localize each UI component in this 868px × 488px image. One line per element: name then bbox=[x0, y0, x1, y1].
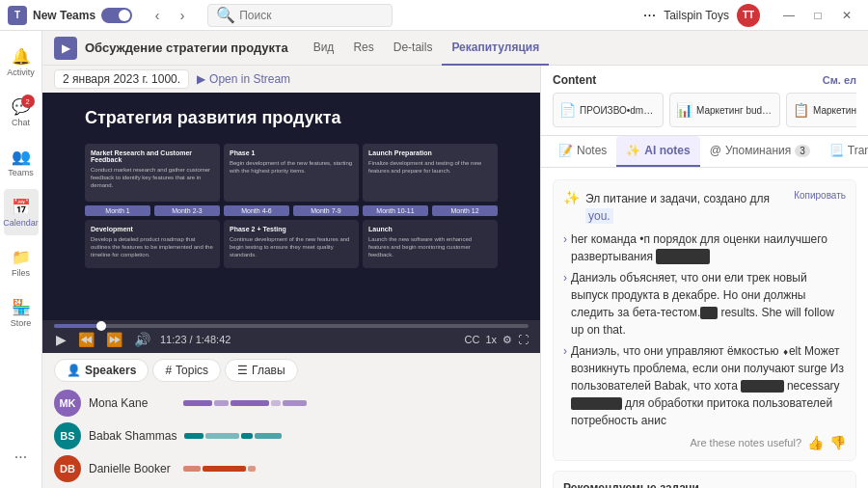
app-name: New Teams bbox=[33, 9, 95, 22]
speaker-bars-babak bbox=[184, 426, 529, 446]
notes-icon: 📝 bbox=[558, 144, 573, 157]
transcript-icon: 📃 bbox=[829, 144, 844, 157]
summary-item-3: › Даниэль, что они управляют ёмкостью ⬧e… bbox=[563, 342, 846, 429]
more-icon: ··· bbox=[14, 448, 27, 466]
sidebar-item-chat[interactable]: 💬 Chat 2 bbox=[4, 89, 39, 135]
speaker-bars-mona bbox=[183, 393, 529, 413]
speed-button[interactable]: 1x bbox=[485, 334, 497, 345]
stream-icon: ▶ bbox=[197, 72, 205, 86]
cc-button[interactable]: CC bbox=[464, 334, 479, 345]
speaker-bars-danielle bbox=[183, 459, 529, 478]
content-card-budget[interactable]: 📊 Маркетинг budget... bbox=[669, 93, 780, 127]
timeline-months: Month 1 Month 2-3 Month 4-6 Month 7-9 Mo… bbox=[85, 205, 498, 216]
fullscreen-button[interactable]: ⛶ bbox=[518, 334, 529, 345]
theme-toggle[interactable] bbox=[101, 8, 132, 23]
budget-icon: 📊 bbox=[676, 102, 692, 118]
controls-row: ▶ ⏪ ⏩ 🔊 11:23 / 1:48:42 CC 1x ⚙ ⛶ bbox=[54, 330, 529, 349]
tab-recap[interactable]: Рекапитуляция bbox=[442, 31, 549, 66]
sidebar-item-teams[interactable]: 👥 Teams bbox=[4, 139, 39, 185]
chapters-icon: ☰ bbox=[237, 364, 248, 377]
content-cards: 📄 ПРОИЗВО•dmap... 📊 Маркетинг budget... … bbox=[553, 93, 856, 127]
maximize-button[interactable]: □ bbox=[804, 4, 831, 27]
meeting-header: ▶ Обсуждение стратегии продукта Вид Res … bbox=[42, 31, 868, 66]
tab-details[interactable]: De-tails bbox=[384, 31, 443, 66]
prod-icon: 📄 bbox=[559, 102, 576, 118]
tab-mentions[interactable]: @ Упоминания 3 bbox=[700, 136, 820, 167]
meeting-tabs: Вид Res De-tails Рекапитуляция bbox=[304, 31, 550, 66]
calendar-icon: 📅 bbox=[12, 198, 31, 216]
stream-link[interactable]: ▶ Open in Stream bbox=[197, 72, 290, 86]
minimize-button[interactable]: — bbox=[775, 4, 802, 27]
top-bar: T New Teams ‹ › 🔍 ··· Tailspin Toys TT —… bbox=[0, 0, 868, 31]
store-icon: 🏪 bbox=[12, 298, 31, 316]
sidebar: 🔔 Activity 💬 Chat 2 👥 Teams 📅 Calendar 📁… bbox=[0, 31, 42, 488]
meeting-title: Обсуждение стратегии продукта bbox=[85, 41, 288, 55]
volume-button[interactable]: 🔊 bbox=[132, 330, 152, 349]
right-panel: Content См. ел 📄 ПРОИЗВО•dmap... 📊 Марке… bbox=[540, 66, 868, 488]
tab-notes[interactable]: 📝 Notes bbox=[549, 136, 616, 167]
content-label: Content См. ел bbox=[553, 73, 856, 87]
search-bar[interactable]: 🔍 bbox=[207, 4, 393, 27]
time-display: 11:23 / 1:48:42 bbox=[160, 334, 231, 345]
tab-chapters[interactable]: ☰ Главы bbox=[225, 359, 298, 382]
mentions-icon: @ bbox=[710, 144, 721, 157]
budget-label: Маркетинг budget... bbox=[696, 105, 773, 116]
close-button[interactable]: ✕ bbox=[833, 4, 860, 27]
sidebar-item-files[interactable]: 📁 Files bbox=[4, 239, 39, 285]
tab-topics[interactable]: # Topics bbox=[152, 359, 221, 382]
content-card-demo[interactable]: 📋 Маркетинг demo... bbox=[786, 93, 856, 127]
back-arrow[interactable]: ‹ bbox=[146, 4, 169, 27]
timeline-card-2: Phase 1 Begin development of the new fea… bbox=[224, 144, 359, 202]
speaker-name-mona: Mona Kane bbox=[89, 396, 176, 410]
sidebar-item-activity[interactable]: 🔔 Activity bbox=[4, 39, 39, 85]
sidebar-item-calendar[interactable]: 📅 Calendar bbox=[4, 189, 39, 235]
tab-transcript[interactable]: 📃 Transcript bbox=[820, 136, 868, 167]
rewind-button[interactable]: ⏪ bbox=[76, 330, 96, 349]
tab-ai-notes[interactable]: ✨ AI notes bbox=[616, 136, 699, 167]
controls-right: CC 1x ⚙ ⛶ bbox=[464, 334, 529, 346]
progress-fill bbox=[54, 324, 101, 328]
speaker-row-mona: MK Mona Kane bbox=[54, 390, 529, 417]
notes-tabs: 📝 Notes ✨ AI notes @ Упоминания 3 📃 bbox=[541, 136, 868, 168]
sidebar-more[interactable]: ··· bbox=[4, 434, 39, 480]
progress-bar[interactable] bbox=[54, 324, 529, 328]
window-controls: — □ ✕ bbox=[775, 4, 860, 27]
timeline-bottom-1: Development Develop a detailed product r… bbox=[85, 220, 220, 268]
ai-summary-section: ✨ Эл питание и задачи, создано для you. … bbox=[553, 179, 856, 461]
demo-icon: 📋 bbox=[793, 102, 809, 118]
forward-arrow[interactable]: › bbox=[171, 4, 194, 27]
main-layout: 🔔 Activity 💬 Chat 2 👥 Teams 📅 Calendar 📁… bbox=[0, 31, 868, 488]
content-area: ▶ Обсуждение стратегии продукта Вид Res … bbox=[42, 31, 868, 488]
speaker-name-danielle: Danielle Booker bbox=[89, 462, 176, 475]
tab-vid[interactable]: Вид bbox=[304, 31, 344, 66]
timeline-bottom-3: Launch Launch the new software with enha… bbox=[363, 220, 498, 268]
content-card-prod[interactable]: 📄 ПРОИЗВО•dmap... bbox=[553, 93, 664, 127]
tab-res[interactable]: Res bbox=[343, 31, 383, 66]
search-input[interactable] bbox=[239, 9, 384, 22]
more-options[interactable]: ··· bbox=[643, 7, 656, 24]
meeting-icon: ▶ bbox=[54, 37, 77, 60]
helpful-row-notes: Are these notes useful? 👍 👎 bbox=[563, 435, 846, 450]
speaker-avatar-danielle: DB bbox=[54, 455, 81, 482]
sidebar-item-store[interactable]: 🏪 Store bbox=[4, 289, 39, 336]
activity-icon: 🔔 bbox=[12, 47, 31, 66]
fast-forward-button[interactable]: ⏩ bbox=[104, 330, 124, 349]
settings-button[interactable]: ⚙ bbox=[502, 334, 512, 346]
summary-item-2: › Даниэль объясняет, что они ели трек но… bbox=[563, 269, 846, 339]
thumbs-down-notes[interactable]: 👎 bbox=[829, 435, 846, 450]
video-controls: ▶ ⏪ ⏩ 🔊 11:23 / 1:48:42 CC 1x ⚙ ⛶ bbox=[42, 320, 540, 353]
copy-button[interactable]: Копировать bbox=[794, 190, 846, 201]
user-avatar[interactable]: TT bbox=[737, 4, 760, 27]
speaker-name-babak: Babak Shammas bbox=[89, 429, 176, 443]
video-info-bar: 2 января 2023 г. 1000. ▶ Open in Stream bbox=[42, 66, 540, 93]
tab-speakers[interactable]: 👤 Speakers bbox=[54, 359, 149, 382]
chat-badge: 2 bbox=[21, 95, 35, 108]
speaker-row-danielle: DB Danielle Booker bbox=[54, 455, 529, 482]
mentions-badge: 3 bbox=[795, 145, 810, 157]
org-name: Tailspin Toys bbox=[664, 9, 729, 22]
topics-icon: # bbox=[165, 364, 172, 377]
see-all-link[interactable]: См. ел bbox=[823, 74, 856, 86]
top-bar-left: T New Teams ‹ › 🔍 bbox=[8, 4, 393, 27]
play-button[interactable]: ▶ bbox=[54, 330, 68, 349]
thumbs-up-notes[interactable]: 👍 bbox=[807, 435, 824, 450]
